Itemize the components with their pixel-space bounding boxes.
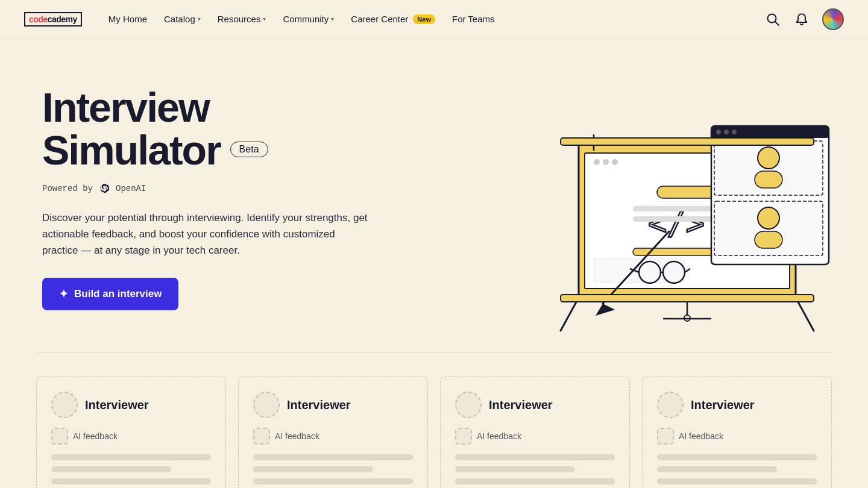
svg-point-27 [716, 130, 721, 134]
svg-point-7 [594, 159, 600, 165]
svg-point-29 [732, 130, 737, 134]
skeleton-3 [51, 478, 211, 484]
nav-item-catalog[interactable]: Catalog ▾ [157, 9, 208, 29]
card-4-tag-label: AI feedback [679, 431, 723, 441]
search-button[interactable] [764, 11, 781, 28]
svg-line-1 [775, 22, 779, 25]
svg-rect-26 [711, 126, 829, 138]
beta-badge: Beta [230, 142, 268, 158]
title-simulator: Simulator [42, 129, 221, 172]
nav-links: My Home Catalog ▾ Resources ▾ Community … [101, 9, 764, 29]
svg-point-9 [612, 159, 618, 165]
powered-by: Powered by OpenAI [42, 182, 368, 195]
skeleton-1 [51, 454, 211, 460]
nav-label-resources: Resources [218, 14, 261, 24]
interviewer-card-2[interactable]: Interviewer AI feedback [238, 377, 428, 488]
nav-item-for-teams[interactable]: For Teams [445, 9, 502, 29]
hero-illustration: </> [524, 57, 838, 334]
card-4-header: Interviewer [657, 392, 817, 418]
nav-item-career-center[interactable]: Career Center New [344, 9, 442, 29]
card-3-tag: AI feedback [455, 428, 615, 445]
skeleton-6 [253, 466, 373, 472]
card-3-tag-icon [455, 428, 472, 445]
svg-point-34 [758, 207, 779, 229]
skeleton-11 [455, 478, 615, 484]
cards-section: Interviewer AI feedback Interviewer AI f… [0, 352, 868, 488]
openai-icon [98, 182, 111, 195]
svg-line-36 [561, 298, 579, 331]
card-3-title: Interviewer [489, 398, 553, 412]
openai-label: OpenAI [116, 184, 146, 193]
skeleton-2 [51, 466, 171, 472]
hero-section: Interview Simulator Beta Powered by Open… [0, 39, 868, 352]
svg-rect-40 [561, 138, 814, 145]
card-4-tag: AI feedback [657, 428, 817, 445]
navbar: codecademy My Home Catalog ▾ Resources ▾… [0, 0, 868, 39]
svg-point-8 [603, 159, 609, 165]
nav-item-community[interactable]: Community ▾ [275, 9, 341, 29]
title-interview: Interview [42, 84, 209, 130]
logo-text: codecademy [24, 12, 82, 27]
logo[interactable]: codecademy [24, 12, 82, 27]
card-1-title: Interviewer [85, 398, 149, 412]
skeleton-7 [253, 478, 413, 484]
hero-description: Discover your potential through intervie… [42, 210, 368, 259]
skeleton-13 [657, 454, 817, 460]
card-3-avatar [455, 392, 482, 418]
nav-label-myhome: My Home [108, 14, 147, 24]
community-chevron-icon: ▾ [331, 16, 334, 22]
skeleton-5 [253, 454, 413, 460]
card-2-tag-icon [253, 428, 270, 445]
notifications-button[interactable] [793, 11, 810, 28]
card-2-avatar [253, 392, 280, 418]
hero-content: Interview Simulator Beta Powered by Open… [42, 86, 368, 310]
card-4-tag-icon [657, 428, 674, 445]
svg-point-31 [758, 147, 779, 169]
card-1-tag: AI feedback [51, 428, 211, 445]
nav-right [764, 8, 844, 30]
svg-marker-17 [596, 304, 615, 316]
interviewer-card-3[interactable]: Interviewer AI feedback [440, 377, 630, 488]
user-avatar[interactable] [822, 8, 844, 30]
nav-label-catalog: Catalog [164, 14, 195, 24]
nav-item-resources[interactable]: Resources ▾ [210, 9, 274, 29]
card-1-tag-label: AI feedback [73, 431, 118, 441]
resources-chevron-icon: ▾ [263, 16, 266, 22]
nav-item-myhome[interactable]: My Home [101, 9, 154, 29]
svg-line-37 [796, 298, 814, 331]
build-btn-label: Build an interview [74, 288, 162, 300]
card-3-tag-label: AI feedback [477, 431, 521, 441]
card-4-title: Interviewer [691, 398, 755, 412]
card-2-title: Interviewer [287, 398, 351, 412]
build-interview-button[interactable]: ✦ Build an interview [42, 278, 178, 310]
svg-rect-35 [755, 231, 782, 248]
catalog-chevron-icon: ▾ [198, 16, 201, 22]
interviewer-card-1[interactable]: Interviewer AI feedback [36, 377, 226, 488]
sparkle-icon: ✦ [59, 287, 68, 301]
card-2-header: Interviewer [253, 392, 413, 418]
skeleton-15 [657, 478, 817, 484]
card-1-tag-icon [51, 428, 68, 445]
svg-rect-32 [755, 171, 782, 188]
hero-title-line1: Interview [42, 86, 368, 129]
card-4-avatar [657, 392, 684, 418]
nav-label-community: Community [283, 14, 329, 24]
skeleton-10 [455, 466, 575, 472]
svg-point-28 [724, 130, 729, 134]
interviewer-card-4[interactable]: Interviewer AI feedback [642, 377, 832, 488]
nav-label-career: Career Center [351, 14, 408, 24]
card-3-header: Interviewer [455, 392, 615, 418]
new-badge: New [413, 14, 435, 24]
card-2-tag-label: AI feedback [275, 431, 319, 441]
powered-by-text: Powered by [42, 184, 93, 193]
card-1-avatar [51, 392, 78, 418]
skeleton-14 [657, 466, 777, 472]
hero-title-row2: Simulator Beta [42, 129, 368, 172]
card-1-header: Interviewer [51, 392, 211, 418]
card-2-tag: AI feedback [253, 428, 413, 445]
svg-rect-13 [633, 216, 717, 222]
nav-label-teams: For Teams [452, 14, 495, 24]
svg-rect-39 [561, 295, 814, 302]
skeleton-9 [455, 454, 615, 460]
svg-rect-11 [657, 186, 717, 198]
